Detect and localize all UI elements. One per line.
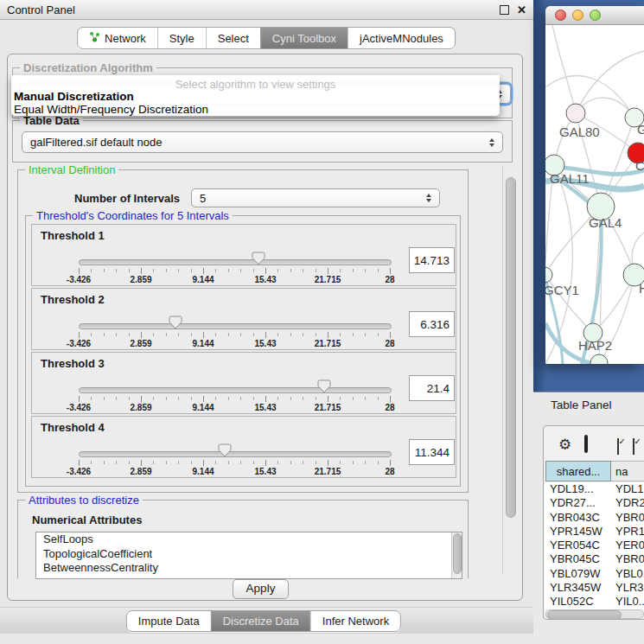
- settings-scrollbar-thumb[interactable]: [506, 177, 516, 518]
- split-column-icon[interactable]: [584, 435, 588, 453]
- table-row[interactable]: YPR145WYPR1...: [545, 525, 644, 539]
- number-of-intervals-combobox[interactable]: 5: [191, 188, 440, 207]
- number-of-intervals-value: 5: [200, 192, 206, 205]
- attributes-scrollbar[interactable]: [451, 532, 462, 578]
- network-icon: [89, 31, 100, 45]
- tab-discretize-data[interactable]: Discretize Data: [211, 611, 310, 631]
- attribute-list-item[interactable]: SelfLoops: [36, 532, 462, 547]
- threshold-value-field[interactable]: 21.4: [409, 375, 455, 401]
- checkbox-icon[interactable]: [633, 438, 634, 455]
- threshold-slider[interactable]: -3.4262.8599.14415.4321.71528: [32, 225, 456, 285]
- table-row[interactable]: YDR27...YDR2...: [545, 496, 644, 510]
- table-hscrollbar[interactable]: [545, 609, 644, 619]
- threshold-value-field[interactable]: 11.344: [409, 439, 455, 465]
- threshold-slider[interactable]: -3.4262.8599.14415.4321.71528: [32, 353, 456, 413]
- zoom-traffic-light-icon[interactable]: [590, 10, 601, 21]
- table-row[interactable]: YBR045CYBR0...: [545, 552, 644, 566]
- apply-button[interactable]: Apply: [233, 579, 289, 599]
- table-row[interactable]: YBR043CYBR0...: [545, 511, 644, 525]
- slider-tick: [79, 396, 80, 402]
- slider-tick: [290, 461, 291, 464]
- combo-stepper-icon[interactable]: [426, 194, 431, 202]
- slider-tick: [316, 461, 316, 464]
- threshold-slider[interactable]: -3.4262.8599.14415.4321.71528: [32, 417, 456, 477]
- table-header-name[interactable]: na: [611, 461, 644, 481]
- slider-tick: [153, 397, 154, 400]
- tab-style[interactable]: Style: [157, 28, 206, 48]
- slider-thumb[interactable]: [317, 379, 331, 393]
- tab-cyni-toolbox[interactable]: Cyni Toolbox: [260, 28, 348, 48]
- table-row[interactable]: YER054CYER0...: [545, 539, 644, 552]
- slider-tick: [129, 269, 130, 272]
- network-edge[interactable]: [545, 76, 634, 118]
- table-header-shared[interactable]: shared...: [545, 461, 611, 481]
- float-window-icon[interactable]: [500, 5, 509, 15]
- network-edge[interactable]: [576, 51, 644, 113]
- checkbox-icon[interactable]: [617, 438, 619, 455]
- threshold-value-field[interactable]: 6.316: [409, 311, 455, 337]
- slider-tick-label: 2.859: [130, 275, 151, 284]
- slider-tick: [253, 333, 254, 336]
- table-row[interactable]: YLR345WYLR3...: [545, 581, 644, 595]
- threshold-value-field[interactable]: 14.713: [409, 247, 455, 273]
- network-edge[interactable]: [552, 25, 576, 113]
- table-row[interactable]: YIL052CYIL0...: [545, 595, 644, 609]
- attributes-scrollbar-thumb[interactable]: [453, 533, 462, 574]
- table-row[interactable]: YBL079WYBL0...: [545, 567, 644, 581]
- interval-definition-group-title: Interval Definition: [25, 163, 118, 176]
- bottom-node[interactable]: [590, 354, 608, 364]
- slider-tick: [104, 269, 105, 272]
- slider-tick: [79, 268, 80, 274]
- attribute-list-item[interactable]: TopologicalCoefficient: [36, 547, 462, 562]
- slider-tick: [240, 333, 241, 336]
- slider-thumb[interactable]: [169, 316, 182, 329]
- table-data-combobox-value: galFiltered.sif default node: [30, 136, 162, 149]
- threshold-panel: Threshold 3 -3.4262.8599.14415.4321.7152…: [31, 352, 456, 414]
- slider-tick: [277, 333, 278, 336]
- slider-tick: [240, 397, 241, 400]
- slider-tick: [166, 461, 167, 464]
- tab-network[interactable]: Network: [78, 28, 157, 48]
- gear-icon[interactable]: ⚙: [558, 437, 571, 452]
- tab-label: Select: [218, 32, 249, 45]
- slider-tick: [328, 460, 328, 466]
- tab-infer-network[interactable]: Infer Network: [310, 611, 400, 631]
- tab-select[interactable]: Select: [206, 28, 260, 48]
- minimize-traffic-light-icon[interactable]: [572, 10, 583, 21]
- table-row[interactable]: YDL19...YDL1...: [545, 482, 644, 496]
- slider-thumb[interactable]: [252, 252, 265, 265]
- network-canvas[interactable]: GAL80GACGAL11GAL4GCY1HHAP2: [545, 25, 644, 364]
- slider-tick-label: 15.43: [254, 403, 276, 412]
- slider-tick-label: 2.859: [130, 403, 151, 412]
- slider-tick: [228, 269, 229, 272]
- table-cell-shared-name: YLR345W: [550, 581, 601, 594]
- tab-jactivemnodules[interactable]: jActiveMNodules: [348, 28, 455, 48]
- tab-label: Network: [105, 32, 146, 45]
- algorithm-option[interactable]: Equal Width/Frequency Discretization: [14, 103, 208, 116]
- slider-tick: [228, 397, 229, 400]
- GAL80-node[interactable]: [566, 104, 585, 123]
- slider-tick: [104, 397, 105, 400]
- slider-tick: [378, 269, 379, 272]
- table-hscrollbar-thumb[interactable]: [547, 610, 622, 620]
- table-cell-shared-name: YBR043C: [550, 511, 600, 524]
- slider-tick: [79, 332, 80, 338]
- close-traffic-light-icon[interactable]: [555, 10, 566, 21]
- GCY1-node[interactable]: [545, 267, 552, 283]
- algorithm-option[interactable]: Manual Discretization: [14, 90, 134, 103]
- attribute-list-item[interactable]: BetweennessCentrality: [36, 561, 462, 576]
- table-data-combobox[interactable]: galFiltered.sif default node: [22, 131, 503, 153]
- slider-ticks: -3.4262.8599.14415.4321.71528: [32, 289, 456, 349]
- tab-impute-data[interactable]: Impute Data: [127, 611, 211, 631]
- combo-stepper-icon[interactable]: [489, 138, 494, 147]
- threshold-slider[interactable]: -3.4262.8599.14415.4321.71528: [32, 289, 456, 349]
- slider-tick: [290, 269, 291, 272]
- close-icon[interactable]: ✕: [517, 4, 526, 16]
- slider-tick-label: 9.144: [192, 403, 214, 412]
- numerical-attributes-list[interactable]: SelfLoopsTopologicalCoefficientBetweenne…: [35, 532, 462, 579]
- slider-tick: [104, 461, 105, 464]
- slider-thumb[interactable]: [218, 443, 232, 457]
- thresholds-group: Threshold's Coordinates for 5 Intervals …: [25, 215, 461, 487]
- slider-tick: [316, 397, 316, 400]
- settings-scrollbar[interactable]: [502, 165, 518, 575]
